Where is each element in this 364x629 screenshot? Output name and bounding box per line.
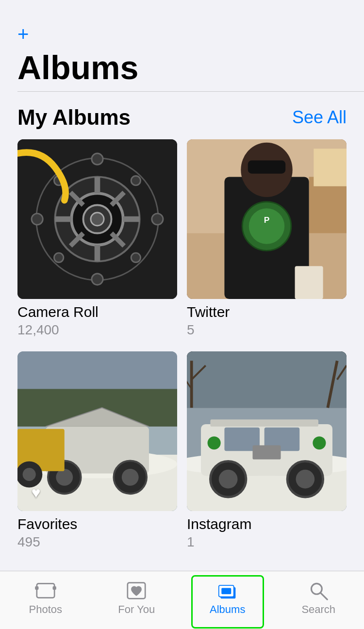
svg-rect-50 [187,351,347,408]
add-button[interactable]: + [17,24,29,44]
albums-row-2: ♥ Favorites 495 [0,351,364,550]
album-name-instagram: Instagram [187,516,347,532]
svg-point-66 [219,470,238,489]
tab-for-you-label: For You [118,603,155,616]
page-title: Albums [17,49,347,86]
favorites-heart-icon: ♥ [25,482,47,503]
albums-icon [215,580,240,601]
album-name-camera-roll: Camera Roll [17,304,177,320]
svg-rect-76 [221,588,231,595]
album-name-favorites: Favorites [17,516,177,532]
header: + Albums [0,0,364,91]
see-all-link[interactable]: See All [292,107,347,128]
album-item-camera-roll[interactable]: Camera Roll 12,400 [17,139,177,338]
album-item-instagram[interactable]: Instagram 1 [187,351,347,550]
svg-rect-70 [37,583,54,597]
tab-albums-label: Albums [210,603,245,616]
tab-search-label: Search [301,603,335,616]
album-count-instagram: 1 [187,534,347,550]
tab-search[interactable]: Search [273,576,364,616]
for-you-icon [124,580,149,601]
album-item-favorites[interactable]: ♥ Favorites 495 [17,351,177,550]
svg-point-5 [91,213,104,226]
svg-point-20 [131,176,140,185]
album-count-twitter: 5 [187,322,347,338]
svg-point-15 [92,274,103,285]
tab-bar: Photos For You Albums [0,571,364,629]
album-name-twitter: Twitter [187,304,347,320]
svg-point-17 [152,214,163,225]
svg-point-31 [249,208,285,244]
svg-point-44 [122,469,139,486]
photos-icon [33,580,58,601]
albums-row-1: Camera Roll 12,400 [0,139,364,338]
svg-rect-59 [210,419,318,427]
svg-rect-72 [52,586,56,590]
tab-photos[interactable]: Photos [0,576,91,616]
svg-point-19 [131,253,140,262]
svg-text:P: P [264,215,270,225]
svg-point-16 [32,214,43,225]
svg-rect-68 [252,446,281,460]
my-albums-title: My Albums [17,105,131,130]
svg-point-14 [92,153,103,165]
album-count-camera-roll: 12,400 [17,322,177,338]
album-item-twitter[interactable]: P Twitter 5 [187,139,347,338]
album-count-favorites: 495 [17,534,177,550]
svg-rect-33 [295,266,323,299]
svg-point-67 [296,470,314,489]
svg-rect-26 [314,149,347,186]
svg-rect-29 [248,161,285,174]
my-albums-section-header: My Albums See All [0,92,364,139]
svg-point-63 [313,436,326,449]
tab-for-you[interactable]: For You [91,576,182,616]
svg-point-43 [56,469,73,486]
svg-rect-71 [35,586,38,590]
svg-point-21 [54,253,63,262]
svg-point-62 [208,436,221,449]
tab-photos-label: Photos [29,603,63,616]
tab-albums[interactable]: Albums [182,576,273,616]
svg-point-47 [23,468,36,481]
svg-line-78 [321,593,328,600]
search-icon [306,580,331,601]
